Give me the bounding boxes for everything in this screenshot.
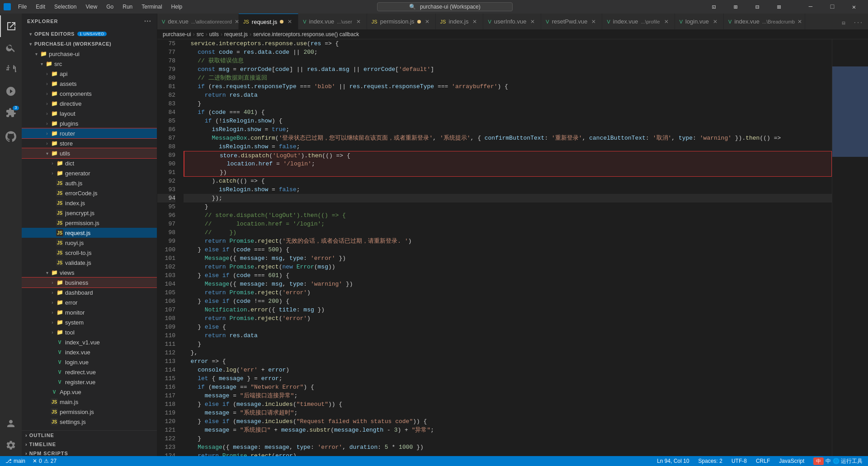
tab-index-vue-profile[interactable]: V index.vue ...\profile ✕ bbox=[602, 14, 675, 29]
more-actions-button[interactable]: ··· bbox=[852, 17, 864, 29]
tab-close-button[interactable]: ✕ bbox=[286, 18, 293, 25]
file-errorcode-js[interactable]: JS errorCode.js bbox=[22, 188, 157, 198]
folder-monitor[interactable]: 📁 monitor bbox=[22, 307, 157, 317]
menu-run[interactable]: Run bbox=[119, 3, 136, 11]
breadcrumb-symbol[interactable]: service.interceptors.response.use() call… bbox=[253, 31, 359, 38]
folder-assets[interactable]: 📁 assets bbox=[22, 79, 157, 89]
tab-userinfo-vue[interactable]: V userInfo.vue ✕ bbox=[483, 14, 541, 29]
layout-toggle[interactable]: ⊡ bbox=[703, 0, 724, 14]
file-scroll-to-js[interactable]: JS scroll-to.js bbox=[22, 248, 157, 258]
indentation[interactable]: Spaces: 2 bbox=[697, 458, 724, 464]
language-mode[interactable]: JavaScript bbox=[777, 458, 806, 464]
file-main-js[interactable]: JS main.js bbox=[22, 397, 157, 407]
file-validate-js[interactable]: JS validate.js bbox=[22, 258, 157, 268]
encoding[interactable]: UTF-8 bbox=[730, 458, 749, 464]
folder-error[interactable]: 📁 error bbox=[22, 297, 157, 307]
file-index-v1-vue[interactable]: V index_v1.vue bbox=[22, 337, 157, 347]
maximize-button[interactable]: □ bbox=[822, 0, 843, 14]
notifications[interactable]: 中 中 🌐 运行工具 bbox=[811, 457, 864, 465]
folder-src[interactable]: 📁 src bbox=[22, 59, 157, 69]
close-button[interactable]: ✕ bbox=[844, 0, 864, 14]
git-branch[interactable]: ⎇ main bbox=[4, 458, 27, 464]
tab-close-button[interactable]: ✕ bbox=[529, 18, 536, 25]
menu-go[interactable]: Go bbox=[103, 3, 117, 11]
activity-github[interactable] bbox=[0, 126, 22, 147]
menu-terminal[interactable]: Terminal bbox=[138, 3, 165, 11]
file-auth-js[interactable]: JS auth.js bbox=[22, 178, 157, 188]
outline-section[interactable]: › OUTLINE bbox=[22, 431, 157, 440]
activity-search[interactable] bbox=[0, 37, 22, 59]
folder-views[interactable]: 📁 views bbox=[22, 268, 157, 278]
layout-toggle2[interactable]: ⊞ bbox=[725, 0, 746, 14]
folder-directive[interactable]: 📁 directive bbox=[22, 99, 157, 108]
folder-layout[interactable]: 📁 layout bbox=[22, 108, 157, 118]
timeline-section[interactable]: › TIMELINE bbox=[22, 440, 157, 449]
activity-extensions[interactable]: 3 bbox=[0, 102, 22, 124]
file-login-vue[interactable]: V login.vue bbox=[22, 357, 157, 367]
breadcrumb-root[interactable]: purchase-ui bbox=[163, 31, 191, 38]
line-ending[interactable]: CRLF bbox=[754, 458, 772, 464]
activity-debug[interactable] bbox=[0, 80, 22, 102]
tab-close-button[interactable]: ✕ bbox=[590, 18, 597, 25]
folder-dashboard[interactable]: 📁 dashboard bbox=[22, 287, 157, 297]
tab-request-js[interactable]: JS request.js ✕ bbox=[239, 14, 298, 29]
breadcrumb-src[interactable]: src bbox=[197, 31, 204, 38]
cursor-position[interactable]: Ln 94, Col 10 bbox=[655, 458, 691, 464]
folder-utils[interactable]: 📁 utils bbox=[22, 148, 157, 158]
folder-store[interactable]: 📁 store bbox=[22, 138, 157, 148]
tab-dex-vue[interactable]: V dex.vue ...\allocationrecord ✕ bbox=[157, 14, 239, 29]
folder-business[interactable]: 📁 business bbox=[22, 278, 157, 287]
workspace-section[interactable]: PURCHASE-UI (WORKSPACE) bbox=[22, 39, 157, 49]
breadcrumb-utils[interactable]: utils bbox=[209, 31, 219, 38]
folder-tool[interactable]: 📁 tool bbox=[22, 327, 157, 337]
split-editor-button[interactable]: ⊟ bbox=[837, 17, 850, 29]
layout-toggle3[interactable]: ⊟ bbox=[747, 0, 768, 14]
menu-file[interactable]: File bbox=[14, 3, 30, 11]
error-count[interactable]: ✕ 0 ⚠ 27 bbox=[31, 458, 58, 464]
search-bar[interactable]: 🔍 purchase-ui (Workspace) bbox=[377, 2, 513, 11]
breadcrumb-file[interactable]: request.js bbox=[224, 31, 248, 38]
folder-system[interactable]: 📁 system bbox=[22, 317, 157, 327]
file-jsencrypt-js[interactable]: JS jsencrypt.js bbox=[22, 208, 157, 218]
tab-permission-js[interactable]: JS permission.js ✕ bbox=[367, 14, 436, 29]
folder-generator[interactable]: 📁 generator bbox=[22, 168, 157, 178]
folder-router[interactable]: 📁 router bbox=[22, 128, 157, 138]
activity-settings[interactable] bbox=[0, 434, 22, 456]
menu-selection[interactable]: Selection bbox=[51, 3, 80, 11]
code-content[interactable]: service.interceptors.response.use(res =>… bbox=[180, 39, 832, 456]
folder-api[interactable]: 📁 api bbox=[22, 69, 157, 79]
folder-dict[interactable]: 📁 dict bbox=[22, 158, 157, 168]
tab-close-button[interactable]: ✕ bbox=[355, 18, 362, 25]
tab-close-button[interactable]: ✕ bbox=[712, 18, 719, 25]
file-register-vue[interactable]: V register.vue bbox=[22, 377, 157, 387]
npm-scripts-section[interactable]: › NPM SCRIPTS bbox=[22, 449, 157, 456]
file-request-js[interactable]: JS request.js bbox=[22, 228, 157, 238]
activity-account[interactable] bbox=[0, 413, 22, 434]
file-index-vue[interactable]: V index.vue bbox=[22, 347, 157, 357]
minimize-button[interactable]: ─ bbox=[800, 0, 821, 14]
menu-edit[interactable]: Edit bbox=[32, 3, 49, 11]
file-permission-js2[interactable]: JS permission.js bbox=[22, 407, 157, 417]
tab-index-vue-breadcrumb[interactable]: V index.vue ...\Breadcrumb ✕ bbox=[724, 14, 805, 29]
file-index-js[interactable]: JS index.js bbox=[22, 198, 157, 208]
file-ruoyi-js[interactable]: JS ruoyi.js bbox=[22, 238, 157, 248]
tab-close-button[interactable]: ✕ bbox=[471, 18, 478, 25]
activity-scm[interactable] bbox=[0, 59, 22, 80]
tab-index-js[interactable]: JS index.js ✕ bbox=[436, 14, 484, 29]
activity-explorer[interactable] bbox=[0, 15, 22, 37]
sidebar-more-button[interactable]: ··· bbox=[144, 17, 151, 25]
open-editors-section[interactable]: OPEN EDITORS 1 unsaved bbox=[22, 29, 157, 39]
tab-index-vue-user[interactable]: V index.vue ...\user ✕ bbox=[298, 14, 367, 29]
tab-login-vue[interactable]: V login.vue ✕ bbox=[675, 14, 724, 29]
folder-purchase-ui[interactable]: 📁 purchase-ui bbox=[22, 49, 157, 59]
code-editor[interactable]: 7577787980818283848586878889909192939495… bbox=[157, 39, 868, 456]
file-redirect-vue[interactable]: V redirect.vue bbox=[22, 367, 157, 377]
file-settings-js[interactable]: JS settings.js bbox=[22, 417, 157, 427]
tab-resetpwd-vue[interactable]: V resetPwd.vue ✕ bbox=[541, 14, 602, 29]
tab-close-button[interactable]: ✕ bbox=[797, 18, 802, 25]
menu-help[interactable]: Help bbox=[168, 3, 186, 11]
file-app-vue[interactable]: V App.vue bbox=[22, 387, 157, 397]
tab-close-button[interactable]: ✕ bbox=[663, 18, 670, 25]
menu-view[interactable]: View bbox=[82, 3, 101, 11]
file-permission-js[interactable]: JS permission.js bbox=[22, 218, 157, 228]
